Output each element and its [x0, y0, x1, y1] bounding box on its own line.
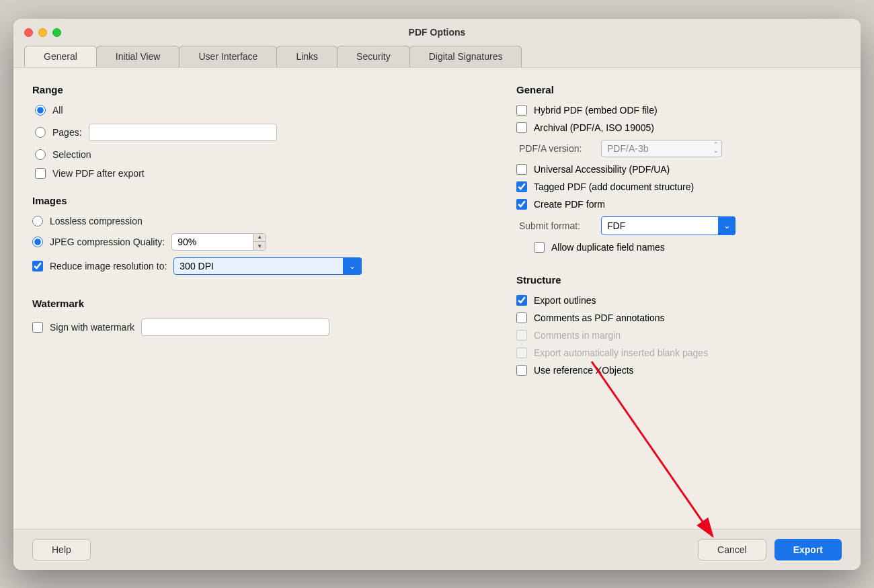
hybrid-pdf-checkbox[interactable]	[516, 105, 527, 116]
range-section: Range All Pages:	[32, 84, 489, 179]
jpeg-label: JPEG compression Quality:	[50, 237, 165, 247]
submit-format-select[interactable]: FDF PDF HTML XML	[601, 216, 736, 235]
reduce-resolution-row: Reduce image resolution to: 300 DPI 150 …	[32, 257, 489, 275]
hybrid-pdf-label: Hybrid PDF (embed ODF file)	[534, 105, 658, 116]
structure-section: Structure Export outlines Comments as PD…	[516, 274, 842, 382]
images-section: Images Lossless compression JPEG compres…	[32, 195, 489, 282]
right-panel: General Hybrid PDF (embed ODF file) Arch…	[516, 84, 842, 513]
resolution-dropdown-wrapper: 300 DPI 150 DPI 72 DPI ⌄	[173, 257, 362, 275]
submit-format-label: Submit format:	[519, 220, 593, 231]
pdfa-version-label: PDF/A version:	[519, 143, 593, 154]
view-pdf-label: View PDF after export	[52, 168, 145, 179]
footer: Help Cancel Export	[13, 529, 861, 570]
tab-security[interactable]: Security	[337, 46, 410, 67]
range-pages-radio[interactable]	[35, 127, 46, 138]
comments-pdf-label: Comments as PDF annotations	[534, 312, 665, 323]
tab-initial-view[interactable]: Initial View	[96, 46, 180, 67]
tagged-pdf-row: Tagged PDF (add document structure)	[516, 181, 842, 192]
watermark-input[interactable]	[141, 319, 329, 336]
jpeg-spinbox: ▲ ▼	[171, 233, 266, 251]
comments-margin-checkbox[interactable]	[516, 330, 527, 341]
archival-checkbox[interactable]	[516, 122, 527, 133]
export-blank-row: Export automatically inserted blank page…	[516, 347, 842, 358]
title-bar: PDF Options General Initial View User In…	[13, 19, 861, 68]
export-outlines-label: Export outlines	[534, 295, 596, 306]
submit-format-row: Submit format: FDF PDF HTML XML ⌄	[516, 216, 842, 235]
allow-duplicate-row: Allow duplicate field names	[516, 242, 842, 253]
allow-duplicate-checkbox[interactable]	[534, 242, 545, 253]
structure-heading: Structure	[516, 274, 842, 286]
lossless-label: Lossless compression	[50, 216, 143, 226]
resolution-select[interactable]: 300 DPI 150 DPI 72 DPI	[173, 257, 362, 275]
range-all-radio[interactable]	[35, 105, 46, 116]
range-all-row: All	[35, 105, 489, 116]
universal-accessibility-checkbox[interactable]	[516, 164, 527, 175]
pdfa-version-select[interactable]: PDF/A-3b PDF/A-1b PDF/A-2b	[601, 140, 722, 157]
range-pages-row: Pages:	[35, 124, 489, 141]
tagged-pdf-checkbox[interactable]	[516, 181, 527, 192]
use-reference-label: Use reference XObjects	[534, 365, 634, 376]
range-selection-radio[interactable]	[35, 149, 46, 160]
watermark-heading: Watermark	[32, 298, 489, 309]
tab-general[interactable]: General	[24, 46, 97, 67]
tab-bar: General Initial View User Interface Link…	[24, 46, 522, 67]
create-form-row: Create PDF form	[516, 199, 842, 210]
allow-duplicate-label: Allow duplicate field names	[551, 242, 665, 253]
comments-margin-row: Comments in margin	[516, 330, 842, 341]
help-button[interactable]: Help	[32, 539, 91, 560]
use-reference-checkbox[interactable]	[516, 365, 527, 376]
reduce-resolution-checkbox[interactable]	[32, 261, 43, 271]
universal-accessibility-row: Universal Accessibility (PDF/UA)	[516, 164, 842, 175]
jpeg-radio[interactable]	[32, 237, 43, 247]
spinbox-up-button[interactable]: ▲	[253, 233, 266, 243]
universal-accessibility-label: Universal Accessibility (PDF/UA)	[534, 164, 670, 175]
archival-row: Archival (PDF/A, ISO 19005)	[516, 122, 842, 133]
range-radio-group: All Pages: Selection	[32, 105, 489, 179]
pdfa-select-wrapper: PDF/A-3b PDF/A-1b PDF/A-2b	[601, 140, 722, 157]
maximize-button[interactable]	[52, 28, 61, 37]
reduce-resolution-label: Reduce image resolution to:	[50, 261, 167, 271]
watermark-section: Watermark Sign with watermark	[32, 298, 489, 343]
export-button[interactable]: Export	[774, 539, 842, 560]
window-title: PDF Options	[409, 27, 466, 38]
create-form-label: Create PDF form	[534, 199, 605, 210]
jpeg-quality-input[interactable]	[172, 237, 253, 247]
export-outlines-row: Export outlines	[516, 295, 842, 306]
cancel-button[interactable]: Cancel	[698, 539, 766, 560]
export-blank-label: Export automatically inserted blank page…	[534, 347, 708, 358]
spinbox-down-button[interactable]: ▼	[253, 242, 266, 251]
range-heading: Range	[32, 84, 489, 95]
comments-pdf-checkbox[interactable]	[516, 312, 527, 323]
traffic-lights	[24, 28, 61, 37]
export-blank-checkbox[interactable]	[516, 347, 527, 358]
tagged-pdf-label: Tagged PDF (add document structure)	[534, 181, 694, 192]
tab-links[interactable]: Links	[276, 46, 337, 67]
lossless-row: Lossless compression	[32, 216, 489, 226]
export-outlines-checkbox[interactable]	[516, 295, 527, 306]
hybrid-pdf-row: Hybrid PDF (embed ODF file)	[516, 105, 842, 116]
spinbox-buttons: ▲ ▼	[253, 233, 266, 251]
minimize-button[interactable]	[38, 28, 47, 37]
comments-margin-label: Comments in margin	[534, 330, 621, 341]
jpeg-row: JPEG compression Quality: ▲ ▼	[32, 233, 489, 251]
pdf-options-window: PDF Options General Initial View User In…	[13, 19, 861, 570]
range-selection-row: Selection	[35, 149, 489, 160]
tab-user-interface[interactable]: User Interface	[179, 46, 277, 67]
comments-pdf-row: Comments as PDF annotations	[516, 312, 842, 323]
close-button[interactable]	[24, 28, 33, 37]
left-panel: Range All Pages:	[32, 84, 489, 513]
sign-watermark-label: Sign with watermark	[50, 322, 134, 333]
create-form-checkbox[interactable]	[516, 199, 527, 210]
sign-watermark-checkbox[interactable]	[32, 322, 43, 333]
range-pages-label: Pages:	[52, 127, 82, 138]
general-right-section: General Hybrid PDF (embed ODF file) Arch…	[516, 84, 842, 259]
view-pdf-checkbox[interactable]	[35, 168, 46, 179]
range-selection-label: Selection	[52, 149, 91, 160]
general-right-heading: General	[516, 84, 842, 95]
lossless-radio[interactable]	[32, 216, 43, 226]
sign-watermark-row: Sign with watermark	[32, 319, 489, 336]
main-content: Range All Pages:	[13, 68, 861, 529]
range-all-label: All	[52, 105, 63, 116]
pages-input[interactable]	[89, 124, 277, 141]
tab-digital-signatures[interactable]: Digital Signatures	[409, 46, 522, 67]
